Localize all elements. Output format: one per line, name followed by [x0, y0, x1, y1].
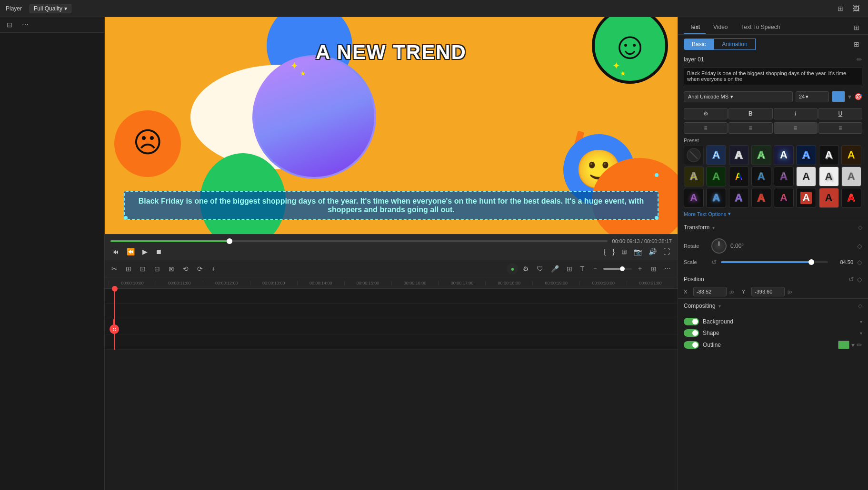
fullscreen-btn[interactable]: ⛶: [661, 247, 672, 256]
text-content-area[interactable]: Black Friday is one of the biggest shopp…: [684, 67, 862, 85]
color-arrow-btn[interactable]: ▾: [848, 93, 851, 100]
prev-frame-btn[interactable]: ⏮: [110, 247, 121, 256]
rotate-keyframe-btn[interactable]: ◇: [857, 242, 862, 250]
align-center-btn[interactable]: ≡: [728, 122, 772, 134]
preset-item-0[interactable]: [684, 145, 704, 165]
preset-item-23[interactable]: A: [841, 188, 861, 208]
bracket-close-btn[interactable]: }: [610, 247, 617, 256]
sub-tab-basic[interactable]: Basic: [684, 39, 714, 50]
audio-btn[interactable]: 🔊: [647, 247, 658, 256]
grid-view-btn[interactable]: ⊞: [648, 263, 659, 274]
tool-trim[interactable]: ⊡: [137, 264, 149, 274]
preset-item-2[interactable]: A: [729, 145, 749, 165]
rotate-knob[interactable]: [711, 238, 727, 254]
tool-delete[interactable]: ⊟: [151, 264, 163, 274]
plus-btn[interactable]: ＋: [634, 263, 646, 274]
align-justify-btn[interactable]: ≡: [818, 122, 862, 134]
tool-duplicate[interactable]: ⊠: [166, 264, 177, 274]
layer-edit-btn[interactable]: ✏: [857, 56, 862, 63]
text-color-picker[interactable]: [832, 91, 845, 102]
position-reset-btn[interactable]: ↺: [848, 275, 854, 283]
progress-bar-track[interactable]: [110, 240, 608, 242]
preset-item-7[interactable]: A: [841, 145, 861, 165]
scale-keyframe-btn[interactable]: ◇: [857, 258, 862, 266]
panel-expand-btn[interactable]: ⊞: [851, 21, 862, 34]
scale-slider[interactable]: [721, 261, 828, 263]
preset-item-11[interactable]: A: [751, 167, 771, 186]
more-icon-btn[interactable]: ⋯: [19, 20, 31, 29]
preset-item-1[interactable]: A: [706, 145, 726, 165]
position-keyframe-btn[interactable]: ◇: [857, 275, 862, 283]
transform-section-header[interactable]: Transform ▾ ◇: [678, 220, 868, 235]
settings-btn[interactable]: ⚙: [520, 263, 532, 274]
mic-btn[interactable]: 🎤: [548, 263, 562, 274]
compositing-section-header[interactable]: Compositing ▾ ◇: [678, 298, 868, 313]
image-icon-btn[interactable]: 🖼: [850, 4, 862, 13]
format-align-center-icon[interactable]: ⚙: [684, 108, 728, 119]
record-btn[interactable]: ●: [507, 263, 518, 274]
preset-item-6[interactable]: A: [819, 145, 839, 165]
stop-btn[interactable]: ⏹: [153, 247, 164, 256]
sub-tab-animation[interactable]: Animation: [714, 39, 755, 50]
more-text-options[interactable]: More Text Options ▾: [678, 208, 868, 220]
compositing-keyframe-btn[interactable]: ◇: [858, 303, 862, 309]
tool-cut[interactable]: ✂: [109, 264, 120, 274]
preset-item-16[interactable]: A: [684, 188, 704, 208]
tool-split[interactable]: ⊞: [123, 264, 134, 274]
outline-eyedropper[interactable]: ✏: [857, 341, 862, 349]
bracket-open-btn[interactable]: {: [602, 247, 608, 256]
filter-icon-btn[interactable]: ⊟: [4, 20, 15, 29]
minus-btn[interactable]: －: [589, 263, 601, 274]
preset-item-22[interactable]: A: [819, 188, 839, 208]
preset-item-15[interactable]: A: [841, 167, 861, 186]
pip-btn[interactable]: ⊞: [619, 247, 629, 256]
step-back-btn[interactable]: ⏪: [125, 247, 137, 256]
font-family-select[interactable]: Arial Unicode MS ▾: [684, 91, 793, 102]
quality-dropdown[interactable]: Full Quality ▾: [30, 4, 71, 13]
transform-keyframe-btn[interactable]: ◇: [858, 224, 862, 231]
preset-item-9[interactable]: A: [706, 167, 726, 186]
tab-tts[interactable]: Text To Speech: [736, 21, 786, 34]
background-toggle[interactable]: [684, 318, 699, 325]
shield-btn[interactable]: 🛡: [534, 263, 546, 274]
align-left-btn[interactable]: ≡: [684, 122, 728, 134]
sub-panel-icon[interactable]: ⊞: [851, 39, 862, 50]
scale-handle[interactable]: [808, 259, 814, 265]
preset-item-8[interactable]: A: [684, 167, 704, 186]
preset-item-20[interactable]: A: [774, 188, 794, 208]
zoom-slider[interactable]: [603, 263, 632, 274]
tool-add[interactable]: +: [209, 264, 218, 274]
play-btn[interactable]: ▶: [140, 247, 150, 256]
preset-item-10[interactable]: A: [729, 167, 749, 186]
preset-item-17[interactable]: A: [706, 188, 726, 208]
playhead[interactable]: [114, 289, 115, 350]
font-size-select[interactable]: 24 ▾: [796, 91, 829, 102]
pos-y-value[interactable]: -393.60: [751, 287, 785, 296]
preset-item-3[interactable]: A: [751, 145, 771, 165]
pos-x-value[interactable]: -83.52: [693, 287, 727, 296]
shape-toggle[interactable]: [684, 329, 699, 337]
more-btn[interactable]: ⋯: [661, 263, 674, 274]
eyedropper-btn[interactable]: 🎯: [854, 93, 862, 100]
grid-icon-btn[interactable]: ⊞: [835, 4, 846, 13]
align-right-btn[interactable]: ≡: [774, 122, 818, 134]
progress-handle[interactable]: [227, 238, 232, 244]
screenshot-btn[interactable]: 📷: [632, 247, 644, 256]
text-btn[interactable]: T: [577, 263, 587, 274]
tool-rotate-right[interactable]: ⟳: [194, 264, 206, 274]
preset-item-13[interactable]: A: [796, 167, 816, 186]
outline-toggle[interactable]: [684, 341, 699, 349]
scale-reset-btn[interactable]: ↺: [711, 258, 717, 266]
tab-text[interactable]: Text: [684, 21, 706, 34]
media-btn[interactable]: ⊞: [564, 263, 575, 274]
outline-color-box[interactable]: [838, 341, 849, 349]
preset-item-12[interactable]: A: [774, 167, 794, 186]
preset-item-14[interactable]: A: [819, 167, 839, 186]
preset-item-4[interactable]: A: [774, 145, 794, 165]
preset-item-21[interactable]: A: [796, 188, 816, 208]
format-italic-btn[interactable]: I: [774, 108, 818, 119]
preset-item-19[interactable]: A: [751, 188, 771, 208]
tool-rotate-left[interactable]: ⟲: [180, 264, 191, 274]
outline-color-arrow[interactable]: ▾: [851, 341, 855, 349]
format-underline-btn[interactable]: U: [818, 108, 862, 119]
